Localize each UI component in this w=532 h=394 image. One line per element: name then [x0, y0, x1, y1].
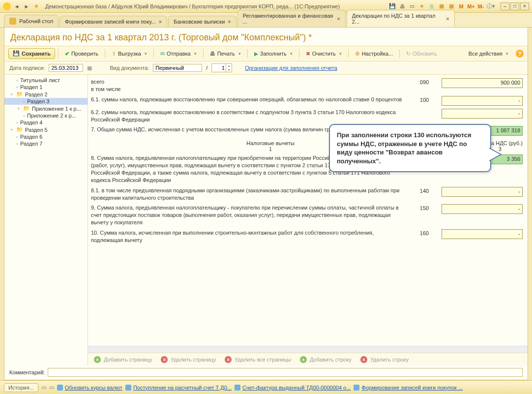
date-picker-icon[interactable]: ▦ — [87, 65, 92, 71]
info-icon[interactable]: ⓘ▾ — [487, 2, 495, 10]
add-row-button[interactable]: +Добавить строку — [298, 355, 354, 364]
sb-link-invoice[interactable]: Счет-фактура выданный ТД00-0000004 о... — [235, 385, 351, 391]
print-icon[interactable]: 🖶 — [398, 2, 406, 10]
doc-scroll[interactable]: всегов том числе 090 900 000 6.1. суммы … — [88, 75, 528, 346]
tab-declaration[interactable]: Декларация по НДС за 1 квартал 2...× — [347, 10, 455, 27]
page-icon: ▫ — [16, 120, 18, 125]
print-button[interactable]: 🖶Печать — [207, 49, 244, 58]
comment-input[interactable] — [48, 368, 523, 377]
close-icon[interactable]: × — [159, 19, 162, 25]
date-input[interactable] — [49, 64, 83, 72]
sb-icon[interactable]: ▭ — [49, 384, 54, 391]
save-button[interactable]: 💾Сохранить — [8, 48, 55, 59]
page-icon: ▫ — [23, 113, 25, 119]
link-icon[interactable]: ⎘ — [428, 2, 436, 10]
gear-icon: ⚙ — [355, 51, 360, 57]
export-icon: ⇪ — [112, 51, 116, 57]
m-btn[interactable]: M — [457, 2, 465, 10]
del-row-button[interactable]: ×Удалить строку — [358, 355, 411, 364]
value-100[interactable]: - — [442, 96, 523, 106]
app-icon — [3, 2, 11, 10]
toolbar: 💾Сохранить ✔Проверить ⇪Выгрузка ✉Отправк… — [4, 46, 528, 61]
tree-node[interactable]: ▫Титульный лист — [4, 77, 88, 84]
value-090[interactable]: 900 000 — [442, 78, 523, 88]
tree-label: Приложение 1 к р... — [32, 106, 81, 112]
value-140[interactable]: - — [442, 187, 523, 197]
refresh-icon: ↻ — [406, 51, 411, 57]
tree-node[interactable]: ▫Раздел 4 — [4, 119, 88, 126]
clear-button[interactable]: ✖Очистить — [302, 49, 345, 59]
close-icon[interactable]: × — [337, 16, 340, 22]
tab-reg[interactable]: Регламентированная и финансовая ...× — [237, 10, 346, 27]
tree-node[interactable]: +📁Раздел 5 — [4, 126, 88, 133]
maximize-button[interactable]: □ — [510, 2, 519, 10]
star-icon[interactable]: ★ — [32, 2, 40, 10]
page-stepper[interactable]: ▲▼ — [211, 63, 232, 72]
tab-book[interactable]: Формирование записей книги поку...× — [59, 16, 167, 27]
close-button[interactable]: × — [520, 2, 529, 10]
sb-icon[interactable]: ▭ — [41, 384, 46, 391]
x-icon: × — [360, 356, 367, 363]
save-icon[interactable]: 💾 — [388, 2, 396, 10]
tree-node[interactable]: ▫Приложение 2 к р... — [4, 112, 88, 119]
add-page-button[interactable]: +Добавить страницу — [92, 355, 154, 364]
tab-desktop[interactable]: Рабочий стол — [4, 15, 59, 27]
sb-link-book[interactable]: Формирование записей книги покупок ... — [354, 385, 463, 391]
doc-icon[interactable]: ▭ — [408, 2, 416, 10]
nav-tree[interactable]: ▫Титульный лист▫Раздел 1+📁Раздел 2▫Разде… — [4, 75, 88, 366]
all-actions-button[interactable]: Все действия — [465, 49, 512, 58]
sb-link-receipt[interactable]: Поступление на расчетный счет Т Д0... — [125, 385, 232, 391]
sb-link-rates[interactable]: Обновить курсы валют — [57, 385, 122, 391]
row-090: всегов том числе 090 900 000 — [91, 77, 523, 94]
comment-row: Комментарий: — [4, 366, 528, 380]
calc-icon[interactable]: ▦ — [438, 2, 445, 10]
settings-button[interactable]: ⚙Настройка... — [352, 49, 396, 59]
hscrollbar[interactable] — [88, 346, 528, 353]
minimize-button[interactable]: – — [501, 2, 509, 10]
tree-node[interactable]: +📁Приложение 1 к р... — [4, 105, 88, 112]
cal-icon[interactable]: ▦ — [447, 2, 455, 10]
row-10: 10. Сумма налога, исчисленная при выполн… — [91, 228, 523, 245]
tab-bank[interactable]: Банковские выписки× — [168, 16, 236, 27]
tree-node[interactable]: ▫Раздел 3 — [4, 98, 88, 105]
fav-icon[interactable]: ★ — [418, 2, 426, 10]
window-title: Демонстрационная база / Абдулов Юрий Вла… — [45, 3, 340, 9]
back-icon[interactable]: ◄ — [13, 2, 21, 10]
tree-node[interactable]: ▫Раздел 6 — [4, 133, 88, 140]
play-icon: ▶ — [254, 51, 258, 57]
tree-node[interactable]: ▫Раздел 7 — [4, 140, 88, 147]
doctype-label: Вид документа: — [110, 65, 149, 71]
page-icon: ▫ — [16, 77, 18, 83]
check-icon: ✔ — [65, 51, 69, 57]
value-160[interactable]: - — [442, 229, 523, 239]
mplus-btn[interactable]: M+ — [467, 2, 475, 10]
send-button[interactable]: ✉Отправка — [157, 49, 200, 59]
del-page-button[interactable]: ×Удалить страницу — [159, 355, 218, 364]
fwd-icon[interactable]: ► — [23, 2, 30, 10]
doctype-input[interactable] — [153, 64, 202, 72]
org-link[interactable]: Организации для заполнения отчета — [245, 65, 337, 71]
value-150[interactable]: - — [442, 204, 523, 214]
del-all-pages-button[interactable]: ×Удалить все страницы — [223, 355, 293, 364]
tree-label: Раздел 7 — [20, 141, 43, 147]
close-icon[interactable]: × — [446, 16, 449, 22]
doc-area: всегов том числе 090 900 000 6.1. суммы … — [88, 75, 528, 366]
export-button[interactable]: ⇪Выгрузка — [108, 49, 150, 59]
history-button[interactable]: История... — [4, 383, 38, 392]
refresh-button[interactable]: ↻Обновить — [403, 49, 441, 59]
page-icon: ▫ — [16, 84, 18, 90]
home-icon — [9, 18, 16, 25]
row-61: 6.1. суммы налога, подлежащие восстановл… — [91, 94, 523, 107]
statusbar: История... ▭ ▭ Обновить курсы валют Пост… — [0, 380, 532, 394]
tree-node[interactable]: +📁Раздел 2 — [4, 91, 88, 98]
close-icon[interactable]: × — [228, 19, 231, 25]
x-icon: × — [161, 356, 168, 363]
x-icon: × — [225, 356, 232, 363]
tree-label: Раздел 6 — [20, 134, 43, 140]
mminus-btn[interactable]: M- — [477, 2, 485, 10]
value-62[interactable]: - — [442, 109, 523, 119]
fill-button[interactable]: ▶Заполнить — [251, 49, 296, 59]
help-icon[interactable]: ? — [516, 50, 524, 58]
check-button[interactable]: ✔Проверить — [61, 49, 102, 59]
tree-node[interactable]: ▫Раздел 1 — [4, 84, 88, 91]
